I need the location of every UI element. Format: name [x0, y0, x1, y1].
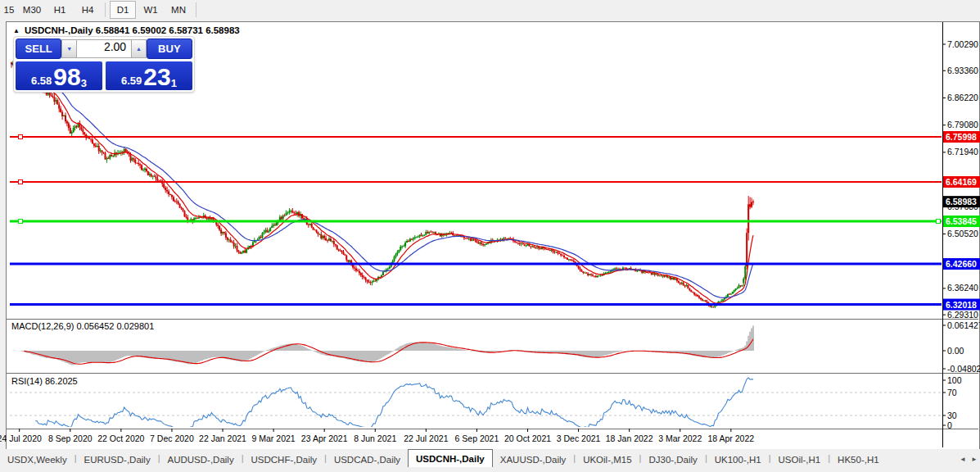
- svg-text:6.64169: 6.64169: [946, 177, 977, 187]
- line-anchor-handle: [19, 220, 23, 224]
- chart-tab-usdcnh-daily[interactable]: USDCNH-,Daily: [408, 449, 493, 467]
- macd-histogram: [11, 326, 754, 365]
- svg-text:6.42660: 6.42660: [946, 259, 977, 269]
- timeframe-toolbar: 15M30H1H4D1W1MN: [0, 0, 980, 20]
- line-anchor-handle: [19, 135, 23, 139]
- chart-tab-dj30-daily[interactable]: DJ30-,Daily: [641, 452, 704, 467]
- buy-price-prefix: 6.59: [121, 75, 142, 87]
- moving-average-lines: [11, 64, 753, 303]
- svg-text:18 Apr 2022: 18 Apr 2022: [707, 433, 754, 443]
- buy-price-big: 23: [143, 65, 170, 89]
- toolbar-separator: [105, 2, 106, 17]
- rsi-panel: [10, 378, 942, 430]
- svg-text:8 Sep 2020: 8 Sep 2020: [48, 433, 93, 443]
- svg-text:22 Jan 2021: 22 Jan 2021: [199, 433, 246, 443]
- macd-indicator-label: MACD(12,26,9) 0.056452 0.029801: [11, 321, 154, 331]
- toolbar-separator: [196, 2, 196, 17]
- timeframe-button-15[interactable]: 15: [1, 1, 17, 19]
- timeframe-button-d1[interactable]: D1: [110, 1, 136, 19]
- rsi-line: [35, 378, 753, 430]
- svg-text:6.32018: 6.32018: [946, 300, 977, 310]
- svg-text:7.00290: 7.00290: [947, 39, 978, 49]
- volume-input[interactable]: 2.00: [77, 39, 131, 58]
- chart-tab-usdx-weekly[interactable]: USDX,Weekly: [0, 452, 75, 467]
- svg-text:0: 0: [947, 420, 952, 430]
- sell-price-quote[interactable]: 6.58 98 3: [16, 61, 102, 90]
- rsi-axis: 10070300: [942, 375, 962, 430]
- svg-text:6.58983: 6.58983: [946, 197, 977, 206]
- chart-tab-usdchf-daily[interactable]: USDCHF-,Daily: [244, 452, 325, 467]
- svg-text:100: 100: [947, 375, 962, 385]
- svg-text:7 Dec 2020: 7 Dec 2020: [150, 433, 194, 443]
- svg-text:6 Sep 2021: 6 Sep 2021: [455, 433, 499, 443]
- svg-text:6.79080: 6.79080: [947, 120, 978, 129]
- chart-tab-hk50-h1[interactable]: HK50-,H1: [830, 452, 887, 467]
- sell-price-big: 98: [53, 65, 80, 89]
- volume-decrease-icon[interactable]: ▼: [61, 39, 77, 58]
- chart-tab-audusd-daily[interactable]: AUDUSD-,Daily: [160, 452, 242, 467]
- buy-button[interactable]: BUY: [147, 39, 192, 59]
- chart-tab-uk100-h1[interactable]: UK100-,H1: [707, 452, 769, 467]
- svg-text:0.00: 0.00: [947, 346, 964, 356]
- chart-symbol-label: USDCNH-,Daily: [25, 25, 93, 35]
- svg-text:6.71940: 6.71940: [947, 147, 978, 157]
- volume-increase-icon[interactable]: ▲: [131, 39, 147, 58]
- timeframe-button-mn[interactable]: MN: [165, 1, 192, 19]
- svg-text:6.50520: 6.50520: [947, 229, 978, 238]
- svg-text:22 Oct 2020: 22 Oct 2020: [97, 433, 144, 443]
- buy-price-pip: 1: [171, 77, 177, 89]
- timeframe-button-h4[interactable]: H4: [75, 1, 101, 19]
- svg-text:3 Dec 2021: 3 Dec 2021: [557, 433, 601, 443]
- chart-tab-bar: USDX,Weekly|EURUSD-,Daily|AUDUSD-,Daily|…: [0, 449, 980, 467]
- svg-text:6.53845: 6.53845: [946, 216, 977, 226]
- macd-panel: [11, 326, 754, 365]
- scroll-tabs-left-icon[interactable]: ◄: [957, 452, 969, 465]
- svg-text:23 Apr 2021: 23 Apr 2021: [301, 433, 348, 443]
- sell-price-prefix: 6.58: [31, 75, 52, 87]
- svg-text:8 Jun 2021: 8 Jun 2021: [354, 433, 396, 443]
- rsi-indicator-label: RSI(14) 86.2025: [11, 376, 78, 386]
- timeframe-button-h1[interactable]: H1: [47, 1, 73, 19]
- horizontal-level-lines: [10, 135, 942, 305]
- chart-tab-xauusd-daily[interactable]: XAUUSD-,Daily: [493, 452, 574, 467]
- svg-text:6.36240: 6.36240: [947, 283, 978, 293]
- buy-price-quote[interactable]: 6.59 23 1: [106, 61, 192, 90]
- chart-ohlc-values: 6.58841 6.59002 6.58731 6.58983: [96, 25, 240, 35]
- svg-text:24 Jul 2020: 24 Jul 2020: [0, 433, 42, 443]
- svg-text:-0.048025: -0.048025: [947, 364, 980, 374]
- svg-text:20 Oct 2021: 20 Oct 2021: [504, 433, 551, 443]
- svg-text:18 Jan 2022: 18 Jan 2022: [606, 433, 653, 443]
- one-click-trade-panel: SELL ▼ 2.00 ▲ BUY 6.58 98 3 6.59 23 1: [13, 36, 195, 93]
- svg-text:70: 70: [947, 388, 957, 397]
- scroll-tabs-right-icon[interactable]: ►: [969, 452, 980, 465]
- svg-text:0.061427: 0.061427: [947, 320, 980, 330]
- chart-tab-ukoil-m15[interactable]: UKOil-,M15: [576, 452, 639, 467]
- date-axis: 24 Jul 20208 Sep 202022 Oct 20207 Dec 20…: [0, 429, 754, 443]
- collapse-panel-icon[interactable]: ▲: [13, 27, 20, 34]
- svg-text:3 Mar 2022: 3 Mar 2022: [658, 433, 702, 443]
- timeframe-button-m30[interactable]: M30: [19, 1, 45, 19]
- chart-tab-eurusd-daily[interactable]: EURUSD-,Daily: [77, 452, 158, 467]
- svg-text:9 Mar 2021: 9 Mar 2021: [252, 433, 296, 443]
- svg-text:6.29310: 6.29310: [947, 310, 978, 320]
- macd-axis: 0.0614270.00-0.048025: [942, 320, 980, 374]
- ma-fast-line: [11, 64, 753, 303]
- svg-text:6.93360: 6.93360: [947, 66, 978, 75]
- chart-title: ▲USDCNH-,Daily 6.58841 6.59002 6.58731 6…: [13, 25, 240, 35]
- line-anchor-handle: [19, 180, 23, 184]
- sell-price-pip: 3: [81, 77, 87, 89]
- timeframe-button-w1[interactable]: W1: [138, 1, 164, 19]
- line-anchor-handle: [937, 220, 941, 224]
- svg-text:6.75998: 6.75998: [946, 132, 977, 142]
- svg-text:6.86220: 6.86220: [947, 93, 978, 102]
- sell-button[interactable]: SELL: [16, 39, 61, 59]
- svg-text:30: 30: [947, 411, 957, 420]
- svg-text:22 Jul 2021: 22 Jul 2021: [404, 433, 448, 443]
- price-axis: 7.002906.933606.862206.790806.719406.576…: [942, 39, 980, 320]
- chart-tab-usoil-h1[interactable]: USOil-,H1: [770, 452, 828, 467]
- chart-tab-usdcad-daily[interactable]: USDCAD-,Daily: [327, 452, 408, 467]
